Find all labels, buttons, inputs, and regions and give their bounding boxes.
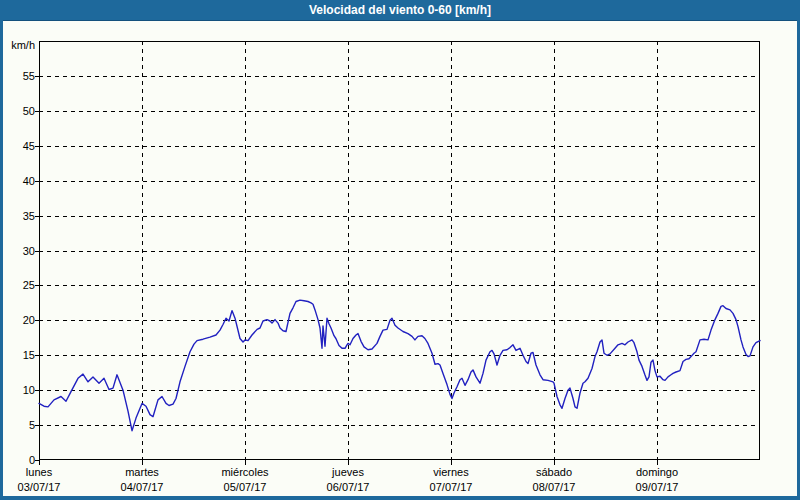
x-axis-date-label: 04/07/17 (121, 481, 164, 493)
y-axis-label: 50 (2, 105, 35, 118)
title-bar: Velocidad del viento 0-60 [km/h] (0, 0, 800, 21)
y-axis-label: 45 (2, 140, 35, 153)
y-axis-unit-label: km/h (2, 39, 35, 51)
x-axis-date-label: 09/07/17 (636, 481, 679, 493)
x-axis-day-label: jueves (332, 466, 364, 478)
y-axis-label: 30 (2, 245, 35, 258)
y-axis-label: 35 (2, 210, 35, 223)
y-axis-label: 20 (2, 314, 35, 327)
window-border-bottom (0, 496, 800, 500)
y-axis-label: 15 (2, 349, 35, 362)
y-axis-label: 10 (2, 384, 35, 397)
wind-speed-line (39, 300, 760, 431)
x-axis-date-label: 05/07/17 (224, 481, 267, 493)
x-axis-day-label: lunes (26, 466, 52, 478)
plot-border (40, 42, 760, 460)
y-axis-label: 25 (2, 279, 35, 292)
x-axis-date-label: 07/07/17 (430, 481, 473, 493)
x-axis-date-label: 06/07/17 (327, 481, 370, 493)
y-axis-label: 5 (2, 419, 35, 432)
y-axis-label: 40 (2, 175, 35, 188)
x-axis-day-label: viernes (433, 466, 468, 478)
x-axis-day-label: martes (125, 466, 159, 478)
x-axis-date-label: 08/07/17 (533, 481, 576, 493)
x-axis-day-label: domingo (636, 466, 678, 478)
app-window: Velocidad del viento 0-60 [km/h] km/h 05… (0, 0, 800, 500)
y-axis-label: 55 (2, 70, 35, 83)
window-title: Velocidad del viento 0-60 [km/h] (309, 3, 491, 17)
window-border-left (0, 20, 3, 500)
x-axis-day-label: sábado (536, 466, 572, 478)
x-axis-day-label: miércoles (221, 466, 268, 478)
plot-area (39, 41, 760, 460)
x-axis-date-label: 03/07/17 (18, 481, 61, 493)
